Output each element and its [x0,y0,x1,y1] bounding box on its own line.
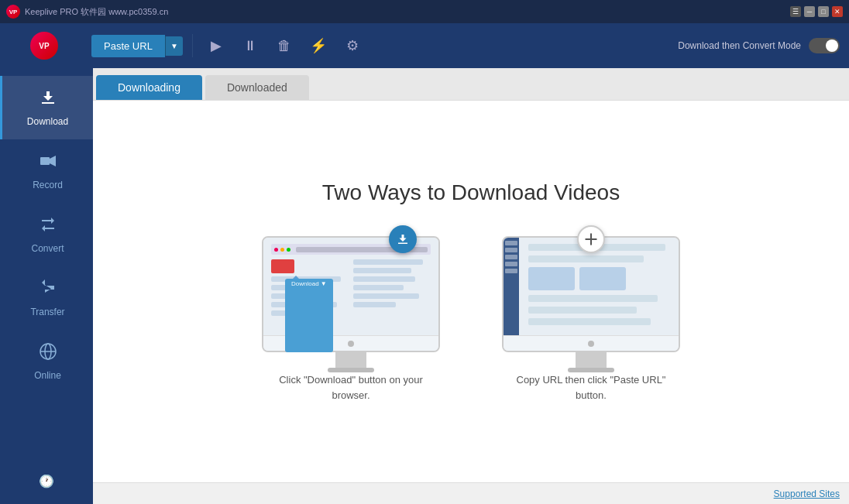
online-icon [39,342,57,365]
monitor-frame-2 [502,236,680,352]
transfer-icon [39,279,57,302]
monitor-dot-2 [588,341,594,347]
monitor-stand-2 [576,352,607,368]
screen2-content [522,238,679,335]
title-bar-text: Keeplive PRO 软件园 www.pc0359.cn [25,6,168,18]
monitor-stand-1 [335,352,366,368]
settings-icon: ⚙ [346,37,359,54]
title-bar: VP Keeplive PRO 软件园 www.pc0359.cn ☰ ─ □ … [0,0,849,23]
monitor-footer-2 [504,335,679,351]
title-bar-left: VP Keeplive PRO 软件园 www.pc0359.cn [6,5,168,19]
main-layout: Download Record Convert Transfer Online [0,68,849,504]
sidebar-dot-4 [505,262,517,266]
download-icon [39,88,57,111]
maximize-btn[interactable]: □ [818,6,829,17]
logo-circle: VP [30,32,58,60]
sidebar: Download Record Convert Transfer Online [0,68,93,504]
svg-rect-0 [40,157,50,165]
plus-badge [577,225,605,253]
pause-icon: ⏸ [243,38,257,54]
supported-sites-link[interactable]: Supported Sites [774,489,840,499]
sidebar-item-transfer[interactable]: Transfer [0,266,93,330]
ways-container: Download ▼ [262,236,680,403]
main-content: Two Ways to Download Videos Download ▼ [93,101,849,482]
way1-caption: Click "Download" button on your browser. [266,372,436,403]
play-button[interactable]: ▶ [202,32,230,60]
tab-downloaded[interactable]: Downloaded [205,75,309,100]
download-tooltip: Download ▼ [285,279,333,352]
monitor-2 [502,236,680,360]
monitor-dot-1 [348,341,354,347]
sidebar-item-convert[interactable]: Convert [0,203,93,266]
app-logo: VP [9,30,79,61]
screen2-sidebar [504,238,519,335]
tab-downloading-label: Downloading [118,81,180,94]
settings-button[interactable]: ⚙ [339,32,366,60]
toolbar-separator-1 [192,34,193,57]
sidebar-item-record[interactable]: Record [0,139,93,203]
minimize-btn[interactable]: ─ [804,6,815,17]
delete-button[interactable]: 🗑 [270,32,298,60]
tabs-bar: Downloading Downloaded [93,68,849,101]
app-logo-small: VP [6,5,20,19]
download-badge [389,225,417,253]
content-area: Downloading Downloaded Two Ways to Downl… [93,68,849,504]
convert-mode-label: Download then Convert Mode [678,40,801,51]
toolbar: VP Paste URL ▼ ▶ ⏸ 🗑 ⚡ ⚙ Download then C… [0,23,849,68]
svg-marker-1 [50,156,56,166]
window-menu-btn[interactable]: ☰ [790,6,801,17]
sidebar-bottom: 🕐 [0,458,93,504]
pause-button[interactable]: ⏸ [236,32,264,60]
monitor-1: Download ▼ [262,236,440,360]
sidebar-online-label: Online [34,370,61,381]
toggle-knob [826,39,838,52]
toolbar-right: Download then Convert Mode [678,38,840,53]
way2-caption: Copy URL then click "Paste URL" button. [506,372,676,403]
paste-url-group: Paste URL ▼ [91,35,183,57]
sidebar-transfer-label: Transfer [30,307,64,317]
close-btn[interactable]: ✕ [832,6,843,17]
play-icon: ▶ [211,37,222,54]
sidebar-dot-2 [505,248,517,252]
main-title: Two Ways to Download Videos [322,180,620,205]
record-icon [39,152,57,175]
app-footer: Supported Sites [93,482,849,504]
paste-url-dropdown-button[interactable]: ▼ [165,36,183,56]
paste-url-button[interactable]: Paste URL [91,35,165,57]
window-controls: ☰ ─ □ ✕ [790,6,843,17]
tab-downloading[interactable]: Downloading [96,75,202,100]
sidebar-download-label: Download [27,116,68,127]
convert-icon [39,215,57,238]
way-item-1: Download ▼ [262,236,440,403]
sidebar-convert-label: Convert [31,243,64,254]
clock-icon[interactable]: 🕐 [33,468,60,495]
sidebar-dot-1 [505,241,517,245]
way-item-2: Copy URL then click "Paste URL" button. [502,236,680,403]
convert-mode-toggle[interactable] [809,38,840,53]
sidebar-item-online[interactable]: Online [0,330,93,393]
boost-button[interactable]: ⚡ [304,32,332,60]
sidebar-item-download[interactable]: Download [0,76,93,139]
sidebar-dot-5 [505,269,517,273]
monitor-base-1 [328,368,374,372]
monitor-base-2 [568,368,614,372]
tab-downloaded-label: Downloaded [227,81,287,94]
sidebar-dot-3 [505,255,517,259]
sidebar-record-label: Record [33,180,63,190]
boost-icon: ⚡ [310,37,327,54]
delete-icon: 🗑 [277,38,291,54]
